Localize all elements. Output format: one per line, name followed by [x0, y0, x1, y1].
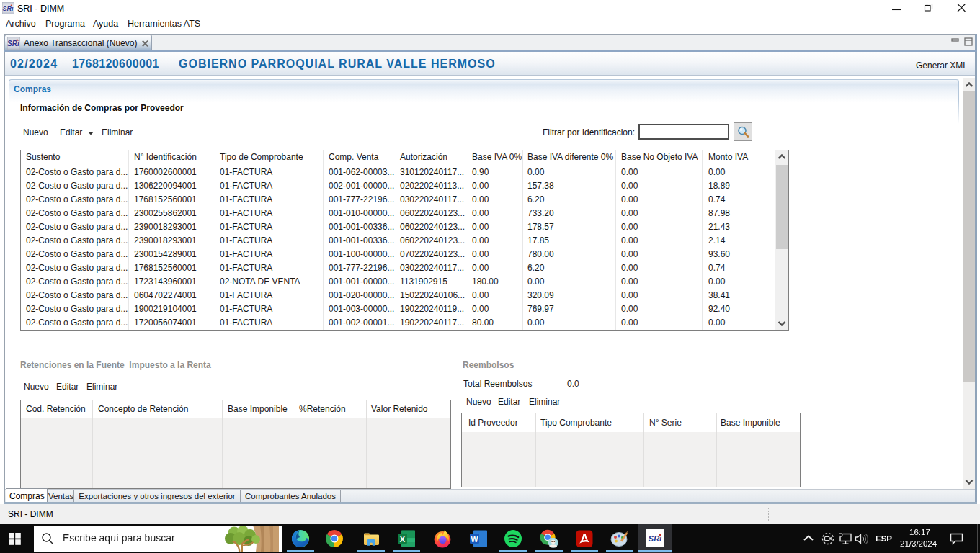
- svg-text:X: X: [400, 535, 406, 544]
- svg-text:SRi: SRi: [2, 5, 14, 12]
- svg-text:W: W: [471, 535, 478, 544]
